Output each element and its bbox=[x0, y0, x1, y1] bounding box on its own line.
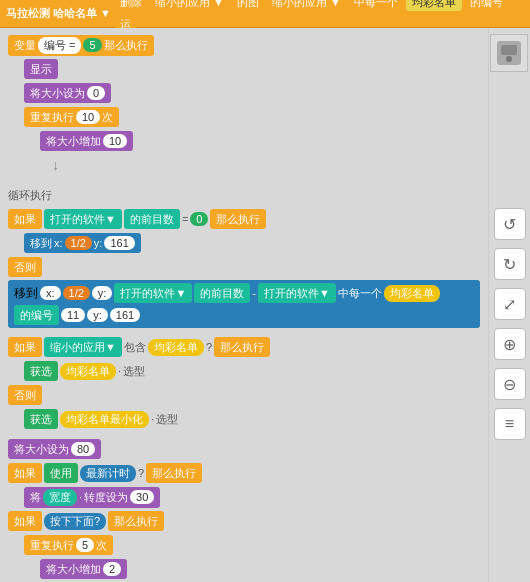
label-repeat-5: 重复执行 bbox=[30, 538, 74, 553]
row-select-1: 获选 均彩名单 · 选型 bbox=[24, 360, 480, 382]
label-then-press: 那么执行 bbox=[114, 514, 158, 529]
block-if-open[interactable]: 如果 bbox=[8, 209, 42, 229]
mid-label: 中每一个 bbox=[338, 286, 382, 301]
label-use: 使用 bbox=[50, 466, 72, 481]
dot-w: · bbox=[79, 491, 82, 503]
redo-icon: ↻ bbox=[503, 255, 516, 274]
block-set-size[interactable]: 将大小设为 0 bbox=[24, 83, 111, 103]
wide-move-label: 移到 bbox=[14, 285, 38, 302]
block-change-2a[interactable]: 将大小增加 2 bbox=[40, 559, 127, 579]
label-if-timer: 如果 bbox=[14, 466, 36, 481]
q-mark: ? bbox=[206, 341, 212, 353]
toolbar-delete-btn[interactable]: 删除 bbox=[115, 0, 147, 12]
right-sidebar: ↺ ↻ ⤢ ⊕ ⊖ ≡ bbox=[488, 28, 530, 582]
block-if-3[interactable]: 如果 bbox=[8, 337, 42, 357]
block-repeat-label: 重复执行 bbox=[30, 110, 74, 125]
row-change-2a: 将大小增加 2 bbox=[40, 558, 480, 580]
block-front-count[interactable]: 的前目数 bbox=[124, 209, 180, 229]
label-then-2: 那么执行 bbox=[216, 212, 260, 227]
eq-sign: = bbox=[182, 213, 188, 225]
row-loop-label: 循环执行 bbox=[8, 184, 480, 206]
option-1: 选型 bbox=[123, 364, 145, 379]
label-set-w: 将 bbox=[30, 490, 41, 505]
block-if-press[interactable]: 如果 bbox=[8, 511, 42, 531]
zoom-in-button[interactable]: ⊕ bbox=[494, 328, 526, 360]
label-else: 否则 bbox=[14, 260, 36, 275]
wide-num[interactable]: 的编号 bbox=[14, 305, 59, 325]
block-label: 变量 bbox=[14, 38, 36, 53]
row-wide-blue[interactable]: 移到 x: 1/2 y: 打开的软件▼ 的前目数 - 打开的软件▼ 中每一个 均… bbox=[8, 280, 480, 328]
label-open-app: 打开的软件▼ bbox=[50, 212, 116, 227]
block-then-2[interactable]: 那么执行 bbox=[210, 209, 266, 229]
svg-point-2 bbox=[506, 56, 512, 62]
block-open-app[interactable]: 打开的软件▼ bbox=[44, 209, 122, 229]
toolbar-app-btn[interactable]: 缩小的应用 ▼ bbox=[150, 0, 229, 12]
redo-button[interactable]: ↻ bbox=[494, 248, 526, 280]
row-if-open: 如果 打开的软件▼ 的前目数 = 0 那么执行 bbox=[8, 208, 480, 230]
label-small-app: 缩小的应用▼ bbox=[50, 340, 116, 355]
sprite-icon bbox=[493, 37, 525, 69]
q-mark-2: ? bbox=[138, 467, 144, 479]
block-set-80[interactable]: 将大小设为 80 bbox=[8, 439, 101, 459]
toolbar: 马拉松测 哈哈名单 ▼ 删除 缩小的应用 ▼ 的图 缩小的应用 ▼ 中每一个 均… bbox=[0, 0, 530, 28]
row-else-2: 否则 bbox=[8, 384, 480, 406]
block-else[interactable]: 否则 bbox=[8, 257, 42, 277]
zoom-out-button[interactable]: ⊖ bbox=[494, 368, 526, 400]
block-then-3[interactable]: 那么执行 bbox=[214, 337, 270, 357]
block-repeat-5[interactable]: 重复执行 5 次 bbox=[24, 535, 113, 555]
label-set-80: 将大小设为 bbox=[14, 442, 69, 457]
toolbar-img-btn[interactable]: 的图 bbox=[232, 0, 264, 12]
row-set-width: 将 宽度 · 转度设为 30 bbox=[24, 486, 480, 508]
block-else-2[interactable]: 否则 bbox=[8, 385, 42, 405]
block-move-1[interactable]: 移到 x: 1/2 y: 161 bbox=[24, 233, 141, 253]
label-if: 如果 bbox=[14, 212, 36, 227]
label-open-app2: 打开的软件▼ bbox=[120, 286, 186, 301]
dash-sep: - bbox=[252, 287, 256, 299]
block-if-var[interactable]: 变量 编号 = 5 那么执行 bbox=[8, 35, 154, 56]
block-highlight-2: 均彩名单 bbox=[148, 339, 204, 356]
block-select-1[interactable]: 获选 bbox=[24, 361, 58, 381]
block-down-key: 按下下面? bbox=[44, 513, 106, 530]
wide-front2[interactable]: 的前目数 bbox=[194, 283, 250, 303]
block-change-size-label: 将大小增加 bbox=[46, 134, 101, 149]
wide-open-app3[interactable]: 打开的软件▼ bbox=[258, 283, 336, 303]
toolbar-num-btn[interactable]: 的编号 bbox=[465, 0, 508, 12]
block-highlight-4: 均彩名单最小化 bbox=[60, 411, 149, 428]
label-sel-2: 获选 bbox=[30, 412, 52, 427]
row-set-80: 将大小设为 80 bbox=[8, 438, 480, 460]
block-val-num: 编号 = bbox=[38, 37, 81, 54]
resize-button[interactable]: ⤢ bbox=[494, 288, 526, 320]
block-val-161: 161 bbox=[104, 236, 134, 250]
block-then-press[interactable]: 那么执行 bbox=[108, 511, 164, 531]
block-val-10: 10 bbox=[76, 110, 100, 124]
wide-half: 1/2 bbox=[63, 286, 90, 300]
toolbar-mid-btn[interactable]: 中每一个 bbox=[349, 0, 403, 12]
row-show: 显示 bbox=[24, 58, 480, 80]
block-use[interactable]: 使用 bbox=[44, 463, 78, 483]
block-repeat[interactable]: 重复执行 10 次 bbox=[24, 107, 119, 127]
block-set-size-label: 将大小设为 bbox=[30, 86, 85, 101]
block-then-timer[interactable]: 那么执行 bbox=[146, 463, 202, 483]
label-if-press: 如果 bbox=[14, 514, 36, 529]
label-change-2a: 将大小增加 bbox=[46, 562, 101, 577]
block-if-timer[interactable]: 如果 bbox=[8, 463, 42, 483]
toolbar-highlight[interactable]: 均彩名单 bbox=[406, 0, 462, 11]
label-front: 的前目数 bbox=[130, 212, 174, 227]
block-set-width[interactable]: 将 宽度 · 转度设为 30 bbox=[24, 487, 160, 508]
block-small-app[interactable]: 缩小的应用▼ bbox=[44, 337, 122, 357]
block-select-2[interactable]: 获选 bbox=[24, 409, 58, 429]
wide-y-val: y: bbox=[87, 308, 108, 322]
val-2a: 2 bbox=[103, 562, 121, 576]
blocks-panel: 变量 编号 = 5 那么执行 显示 将大小设为 0 重复执行 10 次 bbox=[0, 28, 488, 582]
row-change-size: 将大小增加 10 bbox=[40, 130, 480, 152]
block-show[interactable]: 显示 bbox=[24, 59, 58, 79]
undo-button[interactable]: ↺ bbox=[494, 208, 526, 240]
toolbar-app2-btn[interactable]: 缩小的应用 ▼ bbox=[267, 0, 346, 12]
wide-open-app2[interactable]: 打开的软件▼ bbox=[114, 283, 192, 303]
label-then-timer: 那么执行 bbox=[152, 466, 196, 481]
row-else: 否则 bbox=[8, 256, 480, 278]
label-x: x: bbox=[54, 237, 63, 249]
contain-label: 包含 bbox=[124, 340, 146, 355]
block-change-size[interactable]: 将大小增加 10 bbox=[40, 131, 133, 151]
more-button[interactable]: ≡ bbox=[494, 408, 526, 440]
